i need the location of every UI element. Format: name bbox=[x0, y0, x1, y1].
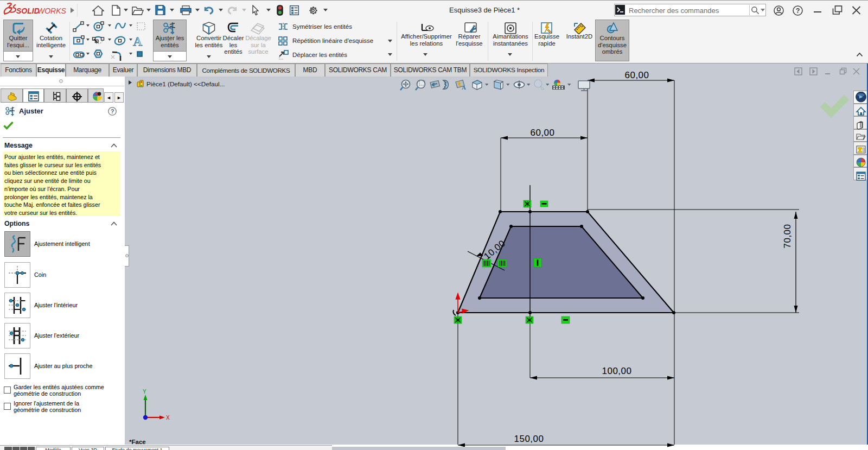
svg-text:150,00: 150,00 bbox=[514, 434, 544, 444]
svg-text:A: A bbox=[462, 84, 466, 91]
svg-text:Y: Y bbox=[143, 389, 146, 395]
svg-text:A: A bbox=[133, 34, 143, 48]
svg-text:?: ? bbox=[111, 108, 114, 115]
svg-text:X: X bbox=[166, 415, 170, 421]
svg-text:70,00: 70,00 bbox=[782, 224, 793, 248]
svg-text:SOLID: SOLID bbox=[16, 7, 40, 15]
svg-text:WORKS: WORKS bbox=[37, 7, 67, 15]
svg-text:?: ? bbox=[796, 7, 800, 15]
svg-text:60,00: 60,00 bbox=[530, 128, 554, 138]
svg-text:100,00: 100,00 bbox=[602, 366, 632, 376]
